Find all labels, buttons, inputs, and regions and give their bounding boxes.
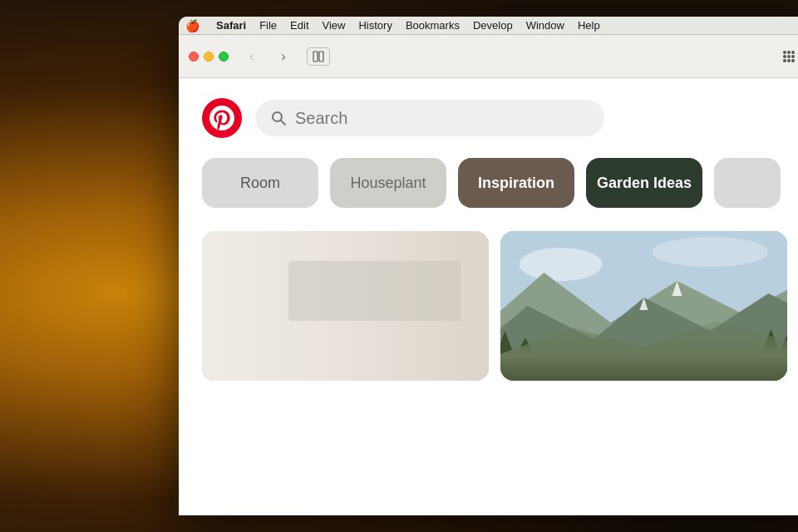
svg-point-7 (791, 55, 795, 58)
minimize-button[interactable] (204, 52, 214, 62)
category-pill-houseplant[interactable]: Houseplant (330, 158, 446, 208)
svg-rect-0 (313, 52, 318, 62)
image-grid-col-left (202, 231, 489, 381)
svg-point-30 (653, 237, 769, 267)
landscape-svg (500, 231, 787, 381)
svg-point-6 (787, 55, 791, 58)
category-pill-room[interactable]: Room (202, 158, 318, 208)
image-grid-col-right (500, 231, 787, 381)
svg-point-3 (787, 51, 791, 54)
menu-item-history[interactable]: History (358, 19, 392, 32)
category-pills-row: Room Houseplant Inspiration Garden Ideas (202, 158, 787, 208)
search-bar[interactable]: Search (255, 100, 604, 136)
category-pill-garden-ideas[interactable]: Garden Ideas (586, 158, 702, 208)
grid-view-icon[interactable] (777, 47, 798, 66)
menu-item-edit[interactable]: Edit (290, 19, 308, 32)
tab-view-button[interactable] (307, 47, 330, 66)
svg-point-5 (783, 55, 786, 58)
close-button[interactable] (189, 52, 199, 62)
search-placeholder-text: Search (295, 109, 347, 128)
apple-menu-icon[interactable]: 🍎 (185, 19, 200, 32)
svg-line-12 (281, 121, 286, 126)
svg-rect-1 (319, 52, 323, 62)
menu-item-window[interactable]: Window (526, 19, 564, 32)
landscape-photo (500, 231, 787, 381)
interior-photo (202, 231, 489, 381)
category-pill-inspiration[interactable]: Inspiration (458, 158, 574, 208)
image-card-landscape[interactable] (500, 231, 787, 381)
menu-item-help[interactable]: Help (578, 19, 600, 32)
kitchen-detail-overlay (202, 231, 489, 381)
menu-item-view[interactable]: View (323, 19, 346, 32)
mac-menu-bar: 🍎 Safari File Edit View History Bookmark… (179, 17, 798, 35)
pinterest-p-icon (209, 106, 234, 131)
pinterest-logo[interactable] (202, 98, 242, 138)
page-content: Search Room Houseplant Inspiration Garde… (179, 78, 798, 515)
mac-window: 🍎 Safari File Edit View History Bookmark… (179, 17, 798, 515)
category-pill-more[interactable] (714, 158, 781, 208)
svg-point-2 (783, 51, 786, 54)
back-button[interactable]: ‹ (240, 47, 264, 66)
traffic-lights (189, 52, 229, 62)
svg-point-10 (791, 59, 795, 62)
svg-rect-35 (524, 352, 528, 372)
search-icon (270, 110, 287, 126)
forward-button[interactable]: › (272, 47, 295, 66)
image-grid (202, 231, 787, 381)
menu-item-bookmarks[interactable]: Bookmarks (406, 19, 460, 32)
svg-point-9 (787, 59, 791, 62)
browser-toolbar: ‹ › (179, 35, 798, 78)
svg-point-29 (520, 248, 603, 281)
safari-menu-label[interactable]: Safari (216, 19, 246, 32)
svg-point-4 (791, 51, 795, 54)
menu-item-develop[interactable]: Develop (473, 19, 513, 32)
svg-rect-39 (786, 349, 788, 372)
svg-point-8 (783, 59, 786, 62)
pinterest-header: Search (202, 98, 787, 138)
svg-rect-37 (769, 346, 774, 372)
fullscreen-button[interactable] (219, 52, 229, 62)
image-card-interior[interactable] (202, 231, 489, 381)
menu-item-file[interactable]: File (259, 19, 277, 32)
